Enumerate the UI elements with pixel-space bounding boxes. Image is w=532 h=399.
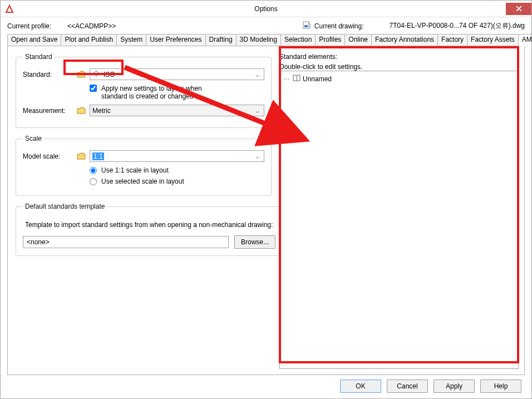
tab-online[interactable]: Online <box>344 34 372 46</box>
template-group: Default standards template Template to i… <box>16 203 283 256</box>
current-profile-value: <<ACADMPP>> <box>67 22 116 30</box>
model-scale-label: Model scale: <box>23 152 75 160</box>
book-icon <box>293 75 301 83</box>
template-note: Template to import standard settings fro… <box>25 220 273 230</box>
tab-am-standards[interactable]: AM:Standards <box>518 34 532 46</box>
chevron-down-icon: ⌵ <box>253 107 262 115</box>
apply-new-settings-checkbox[interactable] <box>90 85 97 92</box>
tab-system[interactable]: System <box>116 34 146 46</box>
scale-group: Scale Model scale: 1:1 ⌵ Use 1:1 scale i… <box>16 135 272 196</box>
browse-button[interactable]: Browse... <box>234 235 275 249</box>
close-button[interactable] <box>506 3 531 15</box>
tree-item-label: Unnamed <box>303 75 332 83</box>
standard-value: ISO <box>104 71 115 78</box>
dialog-footer: OK Cancel Apply Help <box>330 374 531 398</box>
edit-hint-label: Double-click to edit settings. <box>279 63 519 71</box>
apply-button[interactable]: Apply <box>434 380 475 393</box>
tab-plot-and-publish[interactable]: Plot and Publish <box>61 34 117 46</box>
svg-rect-1 <box>304 25 308 27</box>
use-1-1-scale-label: Use 1:1 scale in layout <box>101 166 169 174</box>
standard-symbol-icon <box>92 70 100 79</box>
options-dialog: Options Current profile: <<ACADMPP>> Cur… <box>0 0 532 399</box>
tab-open-and-save[interactable]: Open and Save <box>7 34 61 46</box>
standard-elements-tree[interactable]: ⋯ Unnamed <box>279 71 519 369</box>
window-title: Options <box>1 5 531 13</box>
standard-group-label: Standard <box>23 53 55 61</box>
close-icon <box>516 6 522 12</box>
apply-new-settings-label: Apply new settings to layers when standa… <box>101 85 229 100</box>
right-pane: Standard elements: Double-click to edit … <box>277 46 524 375</box>
titlebar: Options <box>1 1 531 17</box>
measurement-value: Metric <box>92 107 111 115</box>
help-button[interactable]: Help <box>480 380 521 393</box>
tab-user-preferences[interactable]: User Preferences <box>146 34 205 46</box>
folder-icon[interactable] <box>75 151 87 162</box>
current-drawing-label: Current drawing: <box>314 22 364 30</box>
folder-icon[interactable] <box>75 69 87 80</box>
current-drawing-value: 7T04-EL-VP-P0008-0...74 OF 427)(오류).dwg <box>390 21 525 31</box>
tab-profiles[interactable]: Profiles <box>315 34 345 46</box>
use-selected-scale-radio[interactable] <box>90 178 97 185</box>
drawing-icon <box>302 21 311 31</box>
standard-elements-label: Standard elements: <box>279 53 519 61</box>
ok-button[interactable]: OK <box>340 380 381 393</box>
measurement-label: Measurement: <box>23 107 75 115</box>
tree-item-unnamed[interactable]: ⋯ Unnamed <box>283 75 515 83</box>
tab-content: Standard Standard: ISO ⌵ <box>7 46 525 375</box>
model-scale-dropdown[interactable]: 1:1 ⌵ <box>90 150 264 162</box>
chevron-down-icon: ⌵ <box>253 152 262 160</box>
tree-connector-icon: ⋯ <box>283 75 290 83</box>
left-pane: Standard Standard: ISO ⌵ <box>8 46 277 375</box>
standard-dropdown[interactable]: ISO ⌵ <box>90 68 264 80</box>
tab-3d-modeling[interactable]: 3D Modeling <box>236 34 281 46</box>
standard-label: Standard: <box>23 71 75 78</box>
current-profile-label: Current profile: <box>7 22 63 30</box>
use-selected-scale-label: Use selected scale in layout <box>101 178 184 185</box>
model-scale-value: 1:1 <box>92 152 104 160</box>
tab-factory-annotations[interactable]: Factory Annotations <box>371 34 438 46</box>
tab-factory[interactable]: Factory <box>437 34 467 46</box>
standard-group: Standard Standard: ISO ⌵ <box>16 53 272 128</box>
chevron-down-icon: ⌵ <box>253 71 262 78</box>
template-group-label: Default standards template <box>23 203 107 210</box>
measurement-dropdown[interactable]: Metric ⌵ <box>90 105 264 116</box>
tab-factory-assets[interactable]: Factory Assets <box>467 34 519 46</box>
cancel-button[interactable]: Cancel <box>387 380 428 393</box>
tab-selection[interactable]: Selection <box>280 34 316 46</box>
scale-group-label: Scale <box>23 135 44 142</box>
folder-icon[interactable] <box>75 105 87 116</box>
tab-strip: Open and Save Plot and Publish System Us… <box>1 33 531 46</box>
use-1-1-scale-radio[interactable] <box>90 167 97 174</box>
profile-header: Current profile: <<ACADMPP>> Current dra… <box>1 17 531 33</box>
tab-drafting[interactable]: Drafting <box>205 34 237 46</box>
app-logo-icon <box>5 4 14 13</box>
template-path-field[interactable]: <none> <box>23 236 229 248</box>
